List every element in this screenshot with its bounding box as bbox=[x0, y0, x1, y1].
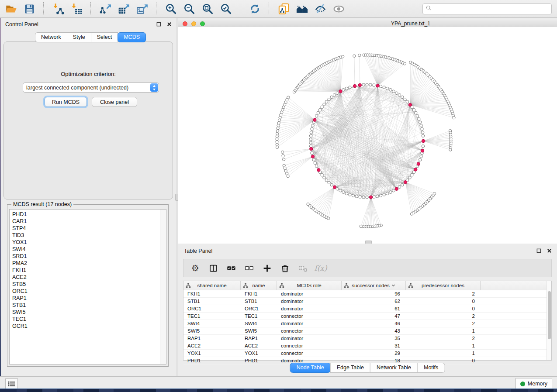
deselect-all-icon[interactable] bbox=[244, 263, 254, 273]
cell-MCDS-role: dominator bbox=[277, 335, 342, 342]
export-image-icon[interactable] bbox=[135, 2, 149, 15]
tab-select[interactable]: Select bbox=[91, 32, 118, 42]
table-row[interactable]: STB1STB1dominator620 bbox=[183, 298, 551, 305]
cell-successor-nodes: 46 bbox=[342, 320, 406, 327]
mcds-result-item[interactable]: RAP1 bbox=[12, 295, 159, 302]
mcds-result-item[interactable]: STB1 bbox=[12, 302, 159, 309]
table-row[interactable]: ORC1ORC1dominator610 bbox=[183, 305, 551, 313]
export-table-icon[interactable] bbox=[117, 2, 130, 15]
column-header-predecessor-nodes[interactable]: predecessor nodes bbox=[406, 281, 481, 290]
zoom-in-icon[interactable] bbox=[164, 2, 177, 15]
mcds-result-list[interactable]: PHD1CAR1STP4TID3YOX1SWI4SRD1PMA2FKH1ACE2… bbox=[9, 209, 166, 364]
toolbar-separator bbox=[240, 2, 241, 15]
tab-edge-table[interactable]: Edge Table bbox=[330, 363, 370, 373]
column-header-shared-name[interactable]: shared name bbox=[183, 281, 241, 290]
houses-icon[interactable] bbox=[295, 2, 308, 15]
tab-mcds[interactable]: MCDS bbox=[118, 32, 146, 42]
open-session-icon[interactable] bbox=[4, 2, 17, 15]
mcds-result-item[interactable]: SWI4 bbox=[12, 246, 159, 253]
save-session-icon[interactable] bbox=[23, 2, 36, 15]
mcds-result-item[interactable]: TID3 bbox=[12, 232, 159, 239]
mcds-tab-panel: Optimization criterion: largest connecte… bbox=[3, 41, 173, 199]
column-type-icon bbox=[243, 283, 248, 288]
mcds-result-item[interactable]: TEC1 bbox=[12, 316, 159, 323]
cell-successor-nodes: 35 bbox=[342, 335, 406, 342]
cell-shared-name: PHD1 bbox=[183, 357, 241, 364]
run-mcds-button[interactable]: Run MCDS bbox=[45, 97, 87, 107]
table-row[interactable]: RAP1RAP1dominator352 bbox=[183, 335, 551, 342]
close-table-panel-icon[interactable] bbox=[547, 248, 552, 253]
zoom-out-icon[interactable] bbox=[183, 2, 196, 15]
mcds-result-item[interactable]: ACE2 bbox=[12, 274, 159, 281]
mcds-result-item[interactable]: SRD1 bbox=[12, 253, 159, 260]
zoom-selected-icon[interactable] bbox=[219, 2, 232, 15]
search-box[interactable] bbox=[422, 3, 552, 14]
table-header-row: shared namenameMCDS rolesuccessor nodesp… bbox=[183, 281, 551, 290]
close-panel-button[interactable]: Close panel bbox=[92, 97, 137, 107]
table-row[interactable]: TEC1TEC1connector472 bbox=[183, 313, 551, 320]
tab-node-table[interactable]: Node Table bbox=[290, 363, 331, 373]
table-row[interactable]: FKH1FKH1dominator962 bbox=[183, 290, 551, 298]
zoom-fit-icon[interactable] bbox=[201, 2, 214, 15]
tab-style[interactable]: Style bbox=[67, 32, 91, 42]
zoom-window-traffic-light[interactable] bbox=[200, 21, 205, 26]
tab-motifs[interactable]: Motifs bbox=[417, 363, 445, 373]
mcds-result-item[interactable]: PMA2 bbox=[12, 260, 159, 267]
refresh-view-icon[interactable] bbox=[248, 2, 261, 15]
cell-predecessor-nodes: 2 bbox=[406, 290, 481, 297]
table-row[interactable]: SWI5SWI5connector431 bbox=[183, 327, 551, 335]
tab-network-table[interactable]: Network Table bbox=[370, 363, 418, 373]
cell-name: ORC1 bbox=[241, 305, 277, 312]
close-panel-icon[interactable] bbox=[167, 22, 172, 27]
table-options-icon[interactable]: ⚙ bbox=[190, 263, 201, 273]
add-row-icon[interactable] bbox=[262, 263, 272, 273]
mcds-result-item[interactable]: YOX1 bbox=[12, 239, 159, 246]
cell-name: PHD1 bbox=[241, 357, 277, 364]
mcds-result-item[interactable]: STB5 bbox=[12, 281, 159, 288]
column-header-name[interactable]: name bbox=[241, 281, 277, 290]
cell-shared-name: ACE2 bbox=[183, 342, 241, 349]
network-window-titlebar[interactable]: YPA_prune.txt_1 bbox=[178, 20, 557, 28]
optimization-criterion-select[interactable]: largest connected component (undirected) bbox=[23, 83, 159, 93]
cytoscape-app-window: Control Panel NetworkStyleSelectMCDS Opt… bbox=[0, 0, 557, 392]
close-window-traffic-light[interactable] bbox=[183, 21, 187, 26]
result-list-scrollbar[interactable] bbox=[160, 210, 166, 364]
mcds-result-item[interactable]: SWI5 bbox=[12, 309, 159, 316]
mcds-result-item[interactable]: FKH1 bbox=[12, 267, 159, 274]
mcds-result-item[interactable]: CAR1 bbox=[12, 218, 159, 225]
import-network-icon[interactable] bbox=[52, 2, 65, 15]
hide-eye-icon[interactable] bbox=[314, 2, 327, 15]
search-input[interactable] bbox=[434, 4, 551, 13]
table-row[interactable]: YOX1YOX1connector291 bbox=[183, 350, 551, 357]
node-table[interactable]: shared namenameMCDS rolesuccessor nodesp… bbox=[183, 281, 552, 361]
export-network-icon[interactable] bbox=[99, 2, 112, 15]
show-eye-icon[interactable] bbox=[332, 2, 345, 15]
column-header-MCDS-role[interactable]: MCDS role bbox=[277, 281, 342, 290]
mcds-result-item[interactable]: ORC1 bbox=[12, 288, 159, 295]
clone-network-icon[interactable] bbox=[277, 2, 290, 15]
mcds-result-item[interactable]: PHD1 bbox=[12, 211, 159, 218]
network-window-title: YPA_prune.txt_1 bbox=[391, 21, 430, 27]
memory-status-icon bbox=[520, 382, 525, 386]
table-scrollbar-thumb[interactable] bbox=[548, 291, 551, 339]
table-scrollbar[interactable] bbox=[547, 281, 551, 360]
column-header-successor-nodes[interactable]: successor nodes bbox=[342, 281, 406, 290]
import-table-icon[interactable] bbox=[70, 2, 83, 15]
delete-table-icon bbox=[298, 263, 308, 273]
show-columns-icon[interactable] bbox=[208, 263, 218, 273]
task-history-button[interactable] bbox=[5, 378, 18, 389]
delete-row-icon[interactable] bbox=[280, 263, 290, 273]
mcds-result-item[interactable]: STP4 bbox=[12, 225, 159, 232]
tab-network[interactable]: Network bbox=[35, 32, 67, 42]
network-view-canvas[interactable] bbox=[178, 27, 557, 244]
table-row[interactable]: SWI4SWI4dominator462 bbox=[183, 320, 551, 327]
mcds-result-item[interactable]: GCR1 bbox=[12, 323, 159, 330]
float-table-panel-icon[interactable] bbox=[536, 248, 541, 253]
select-all-icon[interactable] bbox=[226, 263, 236, 273]
column-label: MCDS role bbox=[297, 283, 321, 288]
float-panel-icon[interactable] bbox=[156, 22, 161, 27]
table-row[interactable]: ACE2ACE2connector311 bbox=[183, 342, 551, 350]
optimization-criterion-value: largest connected component (undirected) bbox=[23, 85, 150, 91]
minimize-window-traffic-light[interactable] bbox=[191, 21, 196, 26]
memory-button[interactable]: Memory bbox=[515, 378, 552, 389]
